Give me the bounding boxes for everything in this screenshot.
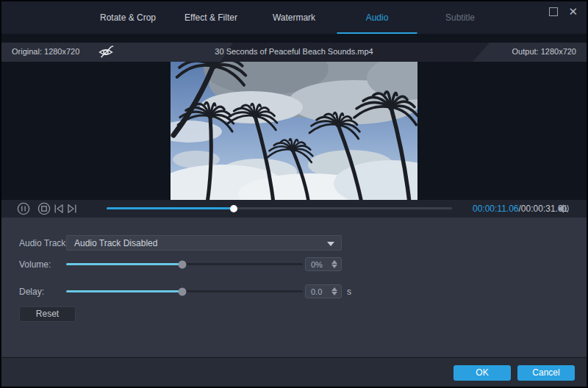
- tab-label: Effect & Filter: [184, 12, 237, 23]
- tab-rotate-crop[interactable]: Rotate & Crop: [87, 1, 170, 34]
- title-bar: Rotate & Crop Effect & Filter Watermark …: [1, 1, 587, 34]
- delay-value: 0.0: [311, 287, 322, 296]
- seek-slider[interactable]: [107, 207, 452, 209]
- spinner-down-icon[interactable]: [331, 292, 337, 295]
- stop-button[interactable]: [37, 202, 51, 218]
- chevron-down-icon: [327, 242, 334, 246]
- tab-subtitle[interactable]: Subtitle: [419, 1, 502, 34]
- previous-frame-button[interactable]: [53, 203, 65, 218]
- palm-trees-video-frame: [171, 62, 417, 201]
- volume-value-box[interactable]: 0%: [305, 257, 342, 271]
- reset-button[interactable]: Reset: [19, 306, 76, 322]
- volume-slider[interactable]: [66, 263, 303, 265]
- volume-thumb[interactable]: [178, 260, 186, 268]
- close-icon[interactable]: ✕: [568, 7, 578, 17]
- delay-fill: [66, 290, 182, 292]
- footer-bar: OK Cancel: [1, 357, 587, 387]
- tab-bar: Rotate & Crop Effect & Filter Watermark …: [87, 1, 502, 34]
- output-resolution-label: Output: 1280x720: [512, 47, 576, 56]
- tab-label: Watermark: [273, 12, 315, 23]
- delay-spinner: [331, 285, 338, 298]
- audio-track-dropdown[interactable]: Audio Track Disabled: [66, 235, 342, 251]
- tab-label: Subtitle: [445, 12, 475, 23]
- tab-label: Rotate & Crop: [100, 12, 156, 23]
- spinner-up-icon[interactable]: [331, 260, 337, 264]
- current-time: 00:00:11.06: [473, 204, 519, 214]
- audio-track-value: Audio Track Disabled: [74, 238, 157, 248]
- tab-effect-filter[interactable]: Effect & Filter: [170, 1, 253, 34]
- volume-label: Volume:: [19, 259, 51, 270]
- window-controls: ✕: [549, 7, 578, 17]
- tab-watermark[interactable]: Watermark: [253, 1, 336, 34]
- audio-settings-dialog: Rotate & Crop Effect & Filter Watermark …: [0, 0, 588, 388]
- pause-button[interactable]: [17, 202, 30, 218]
- preview-stage: Original: 1280x720 30 Seconds of Peacefu…: [1, 34, 587, 200]
- volume-value: 0%: [311, 260, 323, 269]
- audio-settings-panel: Audio Track: Audio Track Disabled Volume…: [1, 218, 587, 357]
- spinner-up-icon[interactable]: [331, 287, 337, 291]
- delay-unit-label: s: [347, 287, 351, 297]
- playback-bar: 00:00:11.06/00:00:31.01: [1, 200, 587, 218]
- volume-speaker-icon[interactable]: [557, 203, 570, 218]
- audio-track-label: Audio Track:: [19, 238, 68, 248]
- volume-spinner: [331, 258, 338, 270]
- delay-value-box[interactable]: 0.0: [305, 284, 342, 298]
- delay-slider[interactable]: [66, 290, 303, 292]
- tab-audio[interactable]: Audio: [336, 1, 419, 34]
- delay-thumb[interactable]: [178, 287, 186, 295]
- delay-label: Delay:: [19, 287, 44, 297]
- video-filename: 30 Seconds of Peaceful Beach Sounds.mp4: [1, 47, 587, 56]
- spinner-down-icon[interactable]: [331, 265, 337, 268]
- time-display: 00:00:11.06/00:00:31.01: [473, 204, 567, 214]
- cancel-button[interactable]: Cancel: [517, 365, 575, 381]
- seek-progress: [107, 207, 234, 209]
- seek-thumb[interactable]: [230, 205, 237, 212]
- ok-button[interactable]: OK: [453, 365, 511, 381]
- video-preview: [171, 62, 417, 201]
- tab-label: Audio: [366, 12, 389, 23]
- volume-fill: [66, 263, 182, 265]
- next-frame-button[interactable]: [66, 203, 78, 218]
- maximize-icon[interactable]: [549, 7, 558, 16]
- info-strip: Original: 1280x720 30 Seconds of Peacefu…: [1, 43, 587, 62]
